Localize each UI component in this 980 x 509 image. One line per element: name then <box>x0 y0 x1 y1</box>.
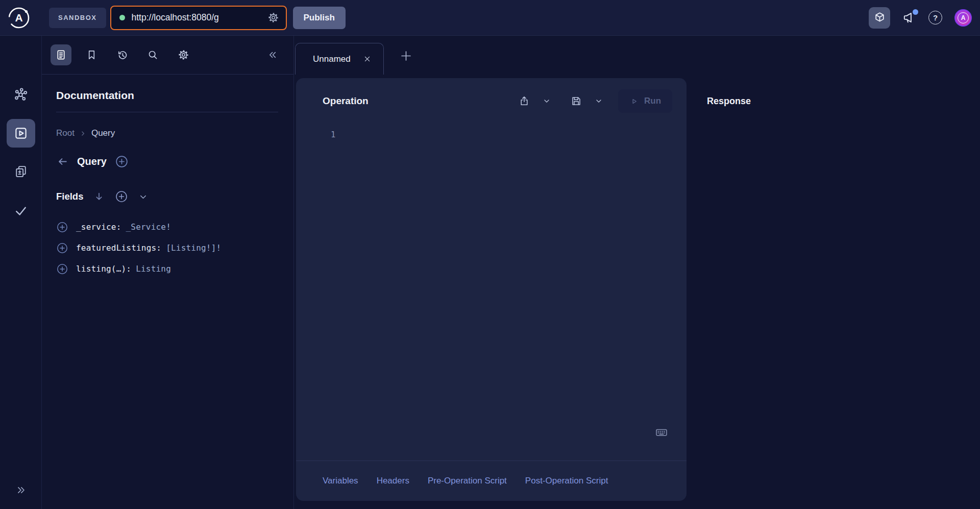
double-chevron-left-icon <box>267 50 278 60</box>
double-chevron-right-icon <box>15 484 27 496</box>
collapse-panel-button[interactable] <box>267 50 278 60</box>
field-name: featuredListings: <box>76 243 161 253</box>
operation-header-icons: Run <box>518 89 672 113</box>
operation-title: Operation <box>323 95 369 107</box>
back-arrow-icon[interactable] <box>56 155 69 168</box>
cube-icon <box>873 11 886 24</box>
add-all-fields-button[interactable] <box>115 155 129 168</box>
operation-tab-bar: Unnamed <box>294 36 980 75</box>
document-icon <box>55 49 67 61</box>
tab-history[interactable] <box>112 44 133 65</box>
sort-arrow-down-icon[interactable] <box>93 191 105 202</box>
sidebar-expand-button[interactable] <box>15 484 27 496</box>
operation-editor[interactable]: 1 <box>296 124 687 460</box>
tab-post-operation-script[interactable]: Post-Operation Script <box>525 476 608 486</box>
chevron-down-icon[interactable] <box>138 192 148 202</box>
sidebar-item-explorer[interactable] <box>7 119 35 148</box>
operation-panel: Operation <box>296 78 687 501</box>
operation-tab[interactable]: Unnamed <box>295 43 384 75</box>
field-type: _Service! <box>126 222 172 232</box>
keyboard-shortcuts-button[interactable] <box>655 426 668 439</box>
question-mark-icon: ? <box>933 13 938 22</box>
docs-title: Documentation <box>56 89 278 102</box>
operation-footer-tabs: Variables Headers Pre-Operation Script P… <box>296 460 687 501</box>
new-tab-button[interactable] <box>399 49 413 63</box>
sandbox-badge: SANDBOX <box>49 8 106 28</box>
search-icon <box>147 49 159 61</box>
tab-headers[interactable]: Headers <box>377 476 409 486</box>
breadcrumb-root-link[interactable]: Root <box>56 128 75 138</box>
fields-heading: Fields <box>56 191 83 202</box>
field-name: listing(…): <box>76 264 131 274</box>
tab-pre-operation-script[interactable]: Pre-Operation Script <box>428 476 507 486</box>
apollo-logo-icon[interactable]: A <box>8 7 30 29</box>
docs-toolbar <box>42 36 293 75</box>
play-square-icon <box>13 126 29 141</box>
checkmark-icon <box>14 204 28 218</box>
top-bar: A SANDBOX Publish <box>0 0 980 36</box>
field-row-featured-listings[interactable]: featuredListings:[Listing!]! <box>56 237 278 258</box>
help-button[interactable]: ? <box>928 11 942 25</box>
editor-line-number: 1 <box>331 130 335 139</box>
share-menu-chevron-icon[interactable] <box>543 97 551 105</box>
run-button-label: Run <box>644 96 661 106</box>
apollo-sandbox-app: A SANDBOX Publish <box>0 0 980 509</box>
tab-saved-operations[interactable] <box>81 44 102 65</box>
tab-search[interactable] <box>142 44 163 65</box>
sidebar-item-checks[interactable] <box>14 204 28 218</box>
chevron-right-icon <box>80 130 86 137</box>
gear-icon <box>177 49 190 61</box>
docs-divider <box>56 112 278 112</box>
save-icon[interactable] <box>570 95 582 107</box>
history-clock-icon <box>116 49 129 61</box>
app-body: Documentation Root Query <box>0 36 980 509</box>
breadcrumb: Root Query <box>56 128 278 138</box>
field-name: _service: <box>76 222 121 232</box>
main-area: Operation <box>294 75 980 509</box>
add-fields-button[interactable] <box>115 190 128 203</box>
response-title: Response <box>707 96 751 107</box>
workspace: Unnamed <box>294 36 980 509</box>
user-avatar[interactable]: A <box>954 9 972 27</box>
topbar-right-group: ? A <box>869 7 972 29</box>
close-tab-icon[interactable] <box>363 55 371 63</box>
sidebar-item-changelog[interactable] <box>14 164 28 179</box>
publish-button[interactable]: Publish <box>293 7 346 29</box>
field-type: Listing <box>136 264 171 274</box>
breadcrumb-current: Query <box>91 128 115 138</box>
run-play-icon <box>629 96 639 106</box>
response-panel: Response <box>707 78 751 501</box>
add-field-icon[interactable] <box>56 263 68 275</box>
type-header-row: Query <box>56 155 278 168</box>
graph-network-icon <box>13 87 29 102</box>
add-field-icon[interactable] <box>56 242 68 254</box>
share-icon[interactable] <box>518 95 530 107</box>
type-name-heading: Query <box>77 156 107 167</box>
field-row-service[interactable]: _service:_Service! <box>56 216 278 237</box>
field-list: _service:_Service! featuredListings:[Lis… <box>56 216 278 279</box>
field-type: [Listing!]! <box>166 243 221 253</box>
operation-tab-label: Unnamed <box>313 54 351 64</box>
tab-variables[interactable]: Variables <box>323 476 358 486</box>
run-button[interactable]: Run <box>618 89 672 113</box>
endpoint-settings-gear-icon[interactable] <box>267 11 280 24</box>
endpoint-url-input[interactable] <box>132 12 260 23</box>
apollo-logo-letter: A <box>8 7 30 29</box>
sandbox-cube-button[interactable] <box>869 7 890 29</box>
save-menu-chevron-icon[interactable] <box>595 97 603 105</box>
plus-icon <box>399 49 413 63</box>
left-sidebar <box>0 36 42 509</box>
sidebar-item-schema[interactable] <box>13 87 29 102</box>
keyboard-icon <box>655 426 668 439</box>
add-field-icon[interactable] <box>56 221 68 233</box>
documentation-panel: Documentation Root Query <box>42 36 294 509</box>
avatar-letter: A <box>958 12 969 23</box>
tab-explorer-settings[interactable] <box>173 44 194 65</box>
schema-diff-icon <box>14 164 28 179</box>
operation-header: Operation <box>296 78 687 124</box>
endpoint-url-box <box>110 6 287 30</box>
announcements-button[interactable] <box>902 11 916 25</box>
tab-documentation[interactable] <box>51 44 71 65</box>
docs-content: Documentation Root Query <box>42 75 293 279</box>
field-row-listing[interactable]: listing(…):Listing <box>56 258 278 279</box>
